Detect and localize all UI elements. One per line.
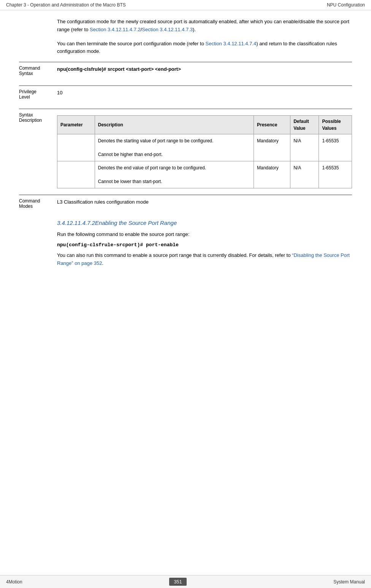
command-modes-content: L3 Classification rules configuration mo… bbox=[57, 198, 352, 212]
command-syntax-normal: <start-port> <end-port> bbox=[125, 66, 181, 72]
command-modes-section: CommandModes L3 Classification rules con… bbox=[19, 194, 352, 212]
cell-description: Denotes the starting value of port range… bbox=[95, 134, 254, 161]
subsection-para1: Run the following command to enable the … bbox=[57, 231, 352, 239]
command-modes-label: CommandModes bbox=[19, 198, 57, 212]
section-link-3[interactable]: Section 3.4.12.11.4.7.4 bbox=[205, 41, 256, 46]
section-link-1[interactable]: Section 3.4.12.11.4.7.2 bbox=[90, 27, 141, 32]
page-footer: 4Motion 351 System Manual bbox=[0, 575, 371, 588]
intro-para2: You can then terminate the source port c… bbox=[57, 40, 352, 56]
subsection-para2: You can also run this command to enable … bbox=[57, 252, 352, 268]
subsection-heading-text: 3.4.12.11.4.7.2Enabling the Source Port … bbox=[57, 220, 177, 226]
syntax-description-section: SyntaxDescription Parameter Description … bbox=[19, 108, 352, 188]
cell-possible: 1-65535 bbox=[319, 161, 352, 188]
intro-para1-end: ). bbox=[193, 27, 196, 32]
intro-para1: The configuration mode for the newly cre… bbox=[57, 18, 352, 34]
syntax-table: Parameter Description Presence DefaultVa… bbox=[57, 115, 352, 188]
col-presence: Presence bbox=[254, 116, 290, 134]
subsection-heading: 3.4.12.11.4.7.2Enabling the Source Port … bbox=[57, 220, 352, 226]
command-syntax-label: CommandSyntax bbox=[19, 65, 57, 79]
privilege-level-label: PrivilegeLevel bbox=[19, 89, 57, 103]
command-syntax-section: CommandSyntax npu(config-clsfrule)# srcp… bbox=[19, 62, 352, 79]
col-parameter: Parameter bbox=[57, 116, 95, 134]
footer-left: 4Motion bbox=[6, 579, 22, 585]
footer-right: System Manual bbox=[333, 579, 365, 585]
subsection-para2-end: . bbox=[102, 260, 104, 266]
table-row: Denotes the end value of port range to b… bbox=[57, 161, 352, 188]
section-link-2[interactable]: Section 3.4.12.11.4.7.3 bbox=[142, 27, 193, 32]
page-header: Chapter 3 - Operation and Administration… bbox=[0, 0, 371, 10]
syntax-description-content: Parameter Description Presence DefaultVa… bbox=[57, 112, 352, 188]
command-syntax-bold: npu(config-clsfrule)# srcport bbox=[57, 66, 125, 72]
col-default: DefaultValue bbox=[290, 116, 319, 134]
header-left: Chapter 3 - Operation and Administration… bbox=[6, 2, 126, 8]
footer-page-number: 351 bbox=[169, 578, 187, 586]
intro-para2-text1: You can then terminate the source port c… bbox=[57, 41, 205, 46]
header-right: NPU Configuration bbox=[327, 2, 365, 8]
command-syntax-content: npu(config-clsfrule)# srcport <start-por… bbox=[57, 65, 352, 79]
cell-parameter bbox=[57, 134, 95, 161]
cell-possible: 1-65535 bbox=[319, 134, 352, 161]
cell-description: Denotes the end value of port range to b… bbox=[95, 161, 254, 188]
cell-parameter bbox=[57, 161, 95, 188]
table-row: Denotes the starting value of port range… bbox=[57, 134, 352, 161]
col-description: Description bbox=[95, 116, 254, 134]
subsection-para2-text: You can also run this command to enable … bbox=[57, 252, 292, 258]
cell-default: N/A bbox=[290, 134, 319, 161]
privilege-level-section: PrivilegeLevel 10 bbox=[19, 85, 352, 103]
cell-default: N/A bbox=[290, 161, 319, 188]
code-block: npu(config-clsfrule-srcport)# port-enabl… bbox=[57, 242, 352, 248]
privilege-level-content: 10 bbox=[57, 89, 352, 103]
table-header-row: Parameter Description Presence DefaultVa… bbox=[57, 116, 352, 134]
cell-presence: Mandatory bbox=[254, 161, 290, 188]
syntax-description-label: SyntaxDescription bbox=[19, 112, 57, 188]
main-content: The configuration mode for the newly cre… bbox=[0, 10, 371, 279]
cell-presence: Mandatory bbox=[254, 134, 290, 161]
col-possible: PossibleValues bbox=[319, 116, 352, 134]
